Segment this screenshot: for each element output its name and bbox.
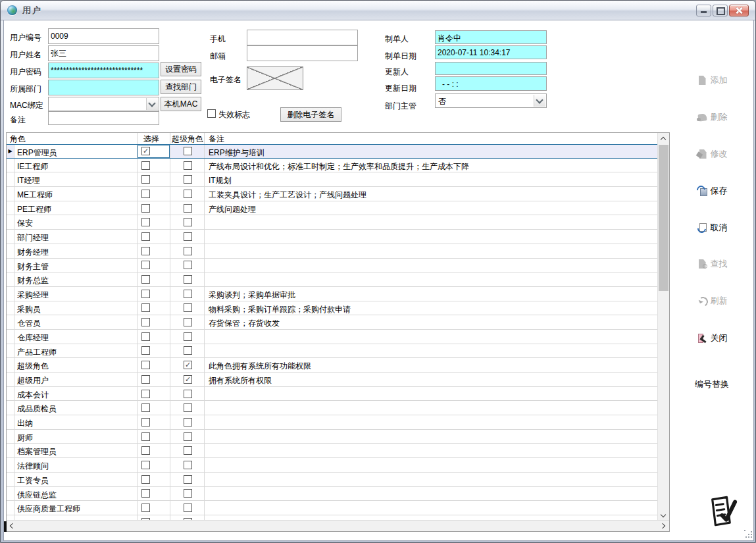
local-mac-button[interactable]: 本机MAC [161, 97, 201, 111]
table-row[interactable]: 超级用户 ✓ 拥有系统所有权限 [7, 373, 658, 387]
mobile-input[interactable] [247, 30, 358, 45]
super-role-checkbox[interactable]: ✓ [184, 361, 192, 369]
select-cell[interactable] [138, 230, 170, 244]
role-cell[interactable]: 财务经理 [14, 244, 138, 258]
role-cell[interactable]: 法律顾问 [14, 458, 138, 472]
super-role-cell[interactable] [170, 215, 205, 229]
remark-cell[interactable] [205, 230, 658, 244]
password-input[interactable] [48, 63, 159, 78]
role-cell[interactable]: 仓库经理 [14, 330, 138, 344]
super-role-checkbox[interactable] [184, 475, 192, 484]
super-role-checkbox[interactable] [184, 147, 192, 155]
role-cell[interactable]: 厨师 [14, 430, 138, 444]
super-role-cell[interactable] [170, 159, 205, 172]
super-role-cell[interactable] [170, 145, 205, 158]
super-role-checkbox[interactable] [184, 489, 192, 498]
remark-cell[interactable]: ERP维护与培训 [205, 145, 658, 158]
select-cell[interactable] [138, 330, 170, 344]
select-checkbox[interactable] [141, 403, 150, 412]
super-role-cell[interactable] [170, 415, 205, 429]
select-checkbox[interactable] [141, 504, 150, 512]
remark-cell[interactable] [205, 444, 658, 457]
invalid-flag-checkbox[interactable] [207, 109, 216, 118]
select-cell[interactable] [138, 259, 170, 272]
select-checkbox[interactable] [141, 418, 150, 427]
select-cell[interactable] [138, 315, 170, 329]
dept-manager-dropdown-button[interactable] [534, 95, 545, 107]
dept-manager-dropdown[interactable]: 否 [435, 93, 547, 108]
remark-cell[interactable] [205, 330, 658, 344]
email-input[interactable] [247, 45, 358, 61]
select-cell[interactable] [138, 172, 170, 186]
horizontal-scrollbar[interactable] [7, 520, 669, 531]
super-role-cell[interactable] [170, 301, 205, 315]
scroll-right-button[interactable] [659, 521, 669, 531]
remark-cell[interactable] [205, 244, 658, 258]
super-role-cell[interactable] [170, 187, 205, 201]
role-cell[interactable]: PE工程师 [14, 201, 138, 215]
super-role-cell[interactable] [170, 444, 205, 457]
select-checkbox[interactable] [141, 218, 150, 226]
select-checkbox[interactable] [141, 161, 150, 170]
select-checkbox[interactable] [141, 346, 150, 355]
select-cell[interactable]: ✓ [138, 145, 170, 158]
select-cell[interactable] [138, 159, 170, 172]
role-cell[interactable]: IT经理 [14, 172, 138, 186]
select-cell[interactable] [138, 244, 170, 258]
table-row[interactable]: 厨师 [7, 430, 658, 444]
table-row[interactable]: 仓管员 存货保管；存货收发 [7, 315, 658, 330]
select-cell[interactable] [138, 187, 170, 201]
super-role-cell[interactable] [170, 401, 205, 415]
select-checkbox[interactable] [141, 361, 150, 369]
select-checkbox[interactable] [141, 275, 150, 284]
remark-cell[interactable]: 产线布局设计和优化；标准工时制定；生产效率和品质提升；生产成本下降 [205, 159, 658, 172]
select-cell[interactable] [138, 401, 170, 415]
super-role-checkbox[interactable] [184, 303, 192, 312]
table-row[interactable]: 仓库经理 [7, 330, 658, 344]
super-role-checkbox[interactable] [184, 218, 192, 226]
super-role-checkbox[interactable] [184, 504, 192, 512]
remark-cell[interactable] [205, 259, 658, 272]
table-row[interactable]: 工资专员 [7, 473, 658, 487]
super-role-cell[interactable]: ✓ [170, 358, 205, 372]
role-cell[interactable]: 部门经理 [14, 230, 138, 244]
select-cell[interactable] [138, 430, 170, 444]
select-checkbox[interactable] [141, 475, 150, 484]
table-row[interactable]: 采购员 物料采购；采购订单跟踪；采购付款申请 [7, 301, 658, 316]
scroll-down-button[interactable] [658, 510, 669, 521]
resize-grip[interactable] [744, 530, 752, 538]
remark-cell[interactable] [205, 430, 658, 444]
super-role-checkbox[interactable] [184, 261, 192, 269]
super-role-checkbox[interactable] [184, 247, 192, 255]
select-cell[interactable] [138, 415, 170, 429]
minimize-button[interactable] [696, 5, 711, 16]
remark-cell[interactable]: IT规划 [205, 172, 658, 186]
role-cell[interactable]: 财务主管 [14, 259, 138, 272]
super-role-cell[interactable] [170, 230, 205, 244]
remark-cell[interactable]: 工装夹具设计；生产工艺设计；产线问题处理 [205, 187, 658, 201]
select-cell[interactable] [138, 201, 170, 215]
table-row[interactable]: 超级角色 ✓ 此角色拥有系统所有功能权限 [7, 358, 658, 373]
action-replace-id-button[interactable]: 编号替换 [672, 377, 752, 392]
select-cell[interactable] [138, 444, 170, 457]
set-password-button[interactable]: 设置密码 [161, 62, 201, 76]
select-cell[interactable] [138, 387, 170, 401]
super-role-checkbox[interactable] [184, 190, 192, 198]
remark-cell[interactable]: 产线问题处理 [205, 201, 658, 215]
super-role-checkbox[interactable] [184, 432, 192, 441]
role-cell[interactable]: 采购员 [14, 301, 138, 315]
remark-cell[interactable] [205, 487, 658, 501]
table-row[interactable]: 供应商质量工程师 [7, 501, 658, 515]
table-row[interactable]: 财务经理 [7, 244, 658, 259]
super-role-checkbox[interactable] [184, 161, 192, 170]
super-role-cell[interactable]: ✓ [170, 373, 205, 386]
super-role-cell[interactable] [170, 487, 205, 501]
table-row[interactable]: 保安 [7, 215, 658, 230]
select-checkbox[interactable] [141, 432, 150, 441]
role-cell[interactable]: 保安 [14, 215, 138, 229]
select-checkbox[interactable]: ✓ [141, 147, 150, 155]
remark-cell[interactable] [205, 272, 658, 286]
table-row[interactable]: 成品质检员 [7, 401, 658, 415]
super-role-checkbox[interactable] [184, 175, 192, 184]
role-cell[interactable]: 供应商质量工程师 [14, 501, 138, 515]
